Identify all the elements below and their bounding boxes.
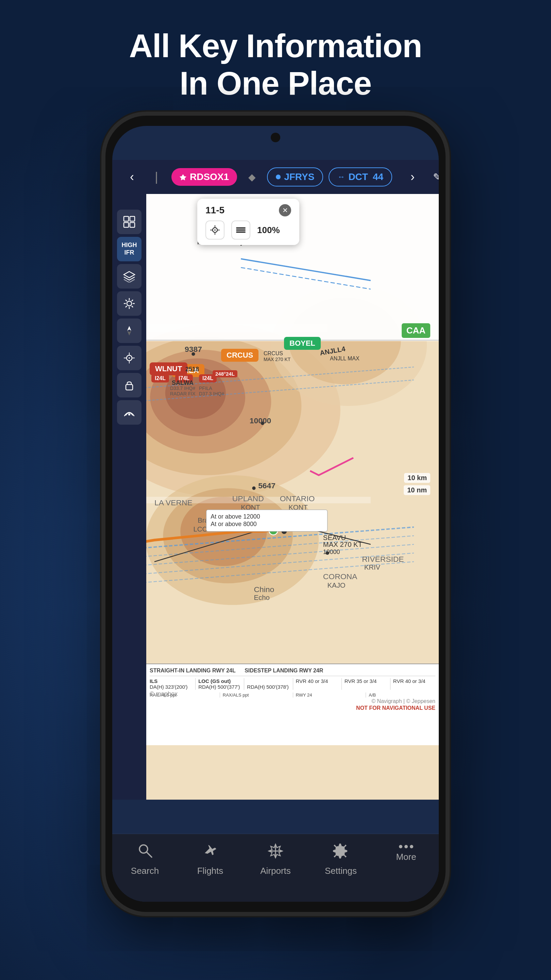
nav-separator1: ◆ [243, 167, 262, 186]
signal-button[interactable] [117, 400, 141, 425]
popup-percent: 100% [257, 225, 280, 235]
svg-text:UPLAND: UPLAND [232, 494, 264, 503]
svg-marker-69 [127, 326, 131, 331]
dct-arrows: ↔ [337, 172, 345, 181]
svg-text:KRIV: KRIV [364, 563, 381, 571]
lock-button[interactable] [117, 373, 141, 398]
svg-text:LA VERNE: LA VERNE [154, 498, 192, 507]
navigation-bar: ‹ | RDSOX1 ◆ JFRYS ↔ DCT 44 › ✎ [112, 160, 439, 194]
pfila-detail: PFILAD37.3 IHQ# [199, 385, 224, 396]
svg-rect-85 [236, 227, 246, 229]
svg-point-78 [128, 414, 130, 415]
svg-marker-70 [127, 331, 131, 336]
hero-line2: In One Place [0, 65, 551, 102]
svg-point-89 [140, 845, 148, 853]
distance-10nm: 10 nm [404, 485, 430, 495]
waypoint-rdsox1[interactable]: RDSOX1 [171, 168, 237, 186]
hero-line1: All Key Information [0, 27, 551, 65]
tab-airports[interactable]: Airports [243, 842, 308, 876]
map-sidebar: HIGHIFR [112, 194, 146, 800]
waypoint3-label: DCT [348, 172, 368, 182]
nav-prev-button[interactable]: ‹ [122, 167, 141, 186]
svg-text:9387: 9387 [185, 345, 202, 353]
svg-text:CORONA: CORONA [323, 572, 357, 581]
crosshair-icon-btn[interactable] [205, 221, 224, 240]
caa-label: CAA [402, 323, 430, 338]
svg-point-72 [129, 357, 130, 359]
airports-icon [267, 842, 284, 862]
high-ifr-button[interactable]: HIGHIFR [117, 237, 141, 261]
high-ifr-label: HIGHIFR [122, 242, 137, 256]
svg-rect-59 [130, 223, 135, 227]
svg-line-67 [132, 300, 133, 301]
settings-icon [333, 842, 349, 862]
tab-search[interactable]: Search [112, 842, 178, 876]
nav-edit-button[interactable]: ✎ [427, 167, 439, 186]
svg-rect-57 [130, 216, 135, 221]
not-for-nav: NOT FOR NAVIGATIONAL USE [356, 705, 435, 711]
svg-point-80 [214, 229, 216, 231]
svg-rect-56 [124, 216, 129, 221]
crcus-max-speed: MAX 270 KT [264, 356, 291, 362]
tab-search-label: Search [131, 865, 159, 876]
waypoint2-label: JFRYS [284, 172, 314, 182]
route-248-badge: 248°24L [213, 370, 237, 377]
waypoint-wlnut[interactable]: WLNUT [150, 363, 187, 375]
waypoint-jfrys[interactable]: JFRYS [267, 167, 323, 186]
chart-table-rows: ILS DA(H) 323'(200') LOC (GS out) RDA(H)… [150, 678, 435, 690]
svg-text:RIVERSIDE: RIVERSIDE [362, 555, 404, 563]
tab-settings[interactable]: Settings [308, 842, 373, 876]
svg-text:10000: 10000 [250, 416, 272, 425]
svg-line-90 [147, 853, 152, 857]
chart-table-footer: RAIL/ALS ppt RAX/ALS ppt RWY 24 A/B [150, 692, 435, 698]
svg-line-65 [125, 300, 127, 301]
map-area[interactable]: 9387 10000 5647 LA VERNE Brackett LCCC U… [112, 194, 439, 800]
layers-button[interactable] [117, 264, 141, 288]
svg-text:At or above 8000: At or above 8000 [211, 520, 257, 527]
svg-line-68 [125, 306, 127, 307]
altitude-2518: 2518 [185, 366, 199, 373]
svg-text:10000: 10000 [323, 549, 340, 555]
anjll-max-label: ANJLL MAX [330, 356, 359, 362]
north-up-button[interactable] [117, 318, 141, 343]
tab-more-label: More [396, 852, 416, 862]
popup-title: 11-5 [205, 205, 224, 216]
svg-text:ONTARIO: ONTARIO [280, 494, 315, 503]
distance-10km: 10 km [404, 473, 430, 483]
chart-table-header: STRAIGHT-IN LANDING RWY 24L SIDESTEP LAN… [150, 668, 435, 676]
nav-next-button[interactable]: › [403, 167, 422, 186]
layers-icon-btn[interactable] [231, 221, 250, 240]
waypoint1-label: RDSOX1 [190, 172, 229, 182]
svg-rect-77 [126, 385, 133, 390]
waypoint-boyel[interactable]: BOYEL [284, 337, 321, 350]
waypoint3-value: 44 [373, 172, 383, 182]
grid-button[interactable] [117, 210, 141, 234]
svg-text:Chino: Chino [254, 585, 274, 594]
svg-line-66 [132, 306, 133, 307]
camera-notch [271, 133, 280, 142]
popup-close-button[interactable]: ✕ [279, 204, 291, 216]
svg-text:KAJO: KAJO [327, 582, 346, 589]
crosshair-button[interactable] [117, 346, 141, 370]
waypoint-dct[interactable]: ↔ DCT 44 [329, 167, 392, 186]
tab-more[interactable]: More [373, 842, 439, 862]
crcus-max-label: CRCUS [264, 350, 283, 356]
tab-settings-label: Settings [325, 865, 357, 876]
svg-rect-86 [236, 229, 246, 231]
svg-rect-58 [124, 223, 129, 227]
svg-rect-87 [236, 231, 246, 233]
tab-flights[interactable]: Flights [178, 842, 243, 876]
tab-bar: Search Flights Airports Settings [112, 834, 439, 902]
svg-text:Echo: Echo [254, 594, 269, 601]
hero-text: All Key Information In One Place [0, 27, 551, 102]
brightness-button[interactable] [117, 291, 141, 316]
salwa-detail: D33.7 IHQ#RADAR FIX [170, 385, 195, 396]
search-icon [137, 842, 153, 862]
svg-text:At or above 12000: At or above 12000 [211, 513, 260, 520]
navigraph-credit: © Navigraph | © Jeppesen [372, 698, 435, 705]
svg-point-22 [252, 486, 256, 490]
flights-icon [202, 842, 218, 862]
mapbox-credit: © mapbox [150, 690, 178, 698]
svg-text:MAX 270 KT: MAX 270 KT [323, 541, 362, 548]
waypoint-crcus[interactable]: CRCUS [221, 349, 259, 362]
